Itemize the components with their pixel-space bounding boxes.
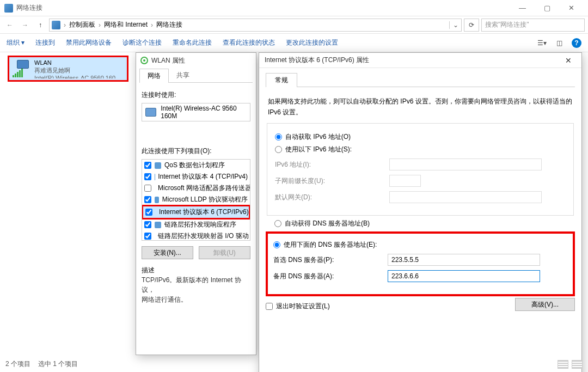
protocol-item[interactable]: Internet 协议版本 4 (TCP/IPv4): [142, 171, 250, 182]
protocol-label: QoS 数据包计划程序: [164, 161, 225, 170]
manual-dns-radio[interactable]: [273, 241, 280, 248]
manual-dns-label: 使用下面的 DNS 服务器地址(E):: [284, 240, 377, 249]
protocol-item[interactable]: Microsoft LLDP 协议驱动程序: [142, 194, 250, 205]
content-area: WLAN 再难遇见她啊 Intel(R) Wireless-AC 9560 16…: [0, 52, 588, 372]
wifi-icon: [140, 57, 148, 64]
protocol-icon: [155, 162, 161, 169]
validate-on-exit-label: 退出时验证设置(L): [276, 302, 330, 311]
protocol-label: Microsoft 网络适配器多路传送器: [158, 184, 250, 193]
dialog-titlebar: Internet 协议版本 6 (TCP/IPv6) 属性 ✕: [259, 53, 581, 68]
protocol-icon: [155, 197, 159, 203]
tab-network[interactable]: 网络: [139, 69, 169, 83]
view-mode-icons[interactable]: [558, 360, 583, 369]
minimize-button[interactable]: —: [510, 1, 535, 16]
address-bar: ← → ↑ › 控制面板 › 网络和 Internet › 网络连接 ⌄ ⟳ 搜…: [0, 16, 588, 34]
protocol-label: Microsoft LLDP 协议驱动程序: [162, 195, 248, 204]
protocol-checkbox[interactable]: [145, 209, 152, 216]
refresh-button[interactable]: ⟳: [464, 19, 479, 32]
prefix-length-input: [389, 175, 421, 187]
protocol-item[interactable]: Internet 协议版本 6 (TCP/IPv6): [142, 205, 250, 219]
items-label: 此连接使用下列项目(O):: [142, 147, 250, 156]
prefix-length-label: 子网前缀长度(U):: [275, 176, 384, 186]
dialog-title-text: Internet 协议版本 6 (TCP/IPv6) 属性: [265, 56, 369, 65]
description-text: TCP/IPv6。最新版本的 Internet 协议， 网络进行通信。: [142, 275, 250, 304]
chevron-down-icon[interactable]: ⌄: [449, 21, 459, 29]
close-button[interactable]: ✕: [558, 54, 579, 67]
protocol-checkbox[interactable]: [144, 185, 151, 192]
auto-ipv6-radio[interactable]: [275, 133, 282, 141]
details-view-icon[interactable]: [558, 360, 568, 369]
location-icon: [52, 21, 60, 29]
description-label: 描述: [142, 266, 250, 275]
adapter-wlan[interactable]: WLAN 再难遇见她啊 Intel(R) Wireless-AC 9560 16…: [8, 56, 128, 82]
ipv6-info-text: 如果网络支持此功能，则可以自动获取分配的 IPv6 设置。否则，你需要向网络管理…: [268, 96, 573, 118]
view-options-icon[interactable]: ☰▾: [537, 38, 547, 48]
help-icon[interactable]: ?: [572, 38, 581, 48]
auto-dns-label: 自动获得 DNS 服务器地址(B): [285, 219, 370, 228]
protocol-checkbox[interactable]: [144, 221, 151, 228]
protocol-item[interactable]: 链路层拓扑发现映射器 I/O 驱动: [142, 230, 250, 241]
protocol-icon: [155, 222, 161, 228]
advanced-button[interactable]: 高级(V)...: [515, 298, 575, 311]
preferred-dns-input[interactable]: [388, 254, 540, 266]
item-count: 2 个项目: [5, 359, 30, 369]
window-titlebar: 网络连接 — ▢ ✕: [0, 0, 588, 16]
back-button[interactable]: ←: [3, 19, 16, 32]
tab-share[interactable]: 共享: [168, 68, 198, 82]
organize-menu[interactable]: 组织 ▾: [7, 38, 24, 47]
chevron-right-icon: ›: [62, 21, 68, 29]
dns-settings-group: 使用下面的 DNS 服务器地址(E): 首选 DNS 服务器(P): 备用 DN…: [266, 231, 575, 296]
breadcrumb-item[interactable]: 控制面板: [69, 20, 95, 29]
default-gateway-label: 默认网关(D):: [275, 193, 384, 202]
disable-device-button[interactable]: 禁用此网络设备: [66, 38, 112, 47]
auto-ipv6-label: 自动获取 IPv6 地址(O): [285, 132, 351, 142]
rename-button[interactable]: 重命名此连接: [173, 38, 212, 47]
tab-general[interactable]: 常规: [266, 73, 297, 87]
preview-pane-icon[interactable]: ◫: [554, 38, 564, 48]
change-settings-button[interactable]: 更改此连接的设置: [286, 38, 338, 47]
protocol-checkbox[interactable]: [144, 233, 151, 240]
wlan-adapter-icon: [11, 59, 31, 78]
install-button[interactable]: 安装(N)...: [142, 246, 193, 259]
protocol-checkbox[interactable]: [144, 162, 151, 169]
selected-count: 选中 1 个项目: [38, 359, 78, 369]
alternate-dns-label: 备用 DNS 服务器(A):: [273, 272, 382, 281]
status-bar: 2 个项目 选中 1 个项目: [5, 359, 78, 369]
large-icons-view-icon[interactable]: [572, 360, 583, 369]
breadcrumb-item[interactable]: 网络连接: [156, 20, 182, 29]
alternate-dns-input[interactable]: [388, 270, 540, 282]
chevron-right-icon: ›: [96, 21, 103, 29]
protocol-item[interactable]: 链路层拓扑发现响应程序: [142, 219, 250, 230]
maximize-button[interactable]: ▢: [535, 1, 559, 16]
protocol-item[interactable]: QoS 数据包计划程序: [142, 160, 250, 171]
connect-to-button[interactable]: 连接到: [35, 38, 55, 47]
ipv6-address-input: [389, 158, 542, 170]
protocol-list[interactable]: QoS 数据包计划程序Internet 协议版本 4 (TCP/IPv4)Mic…: [142, 159, 250, 241]
up-button[interactable]: ↑: [34, 19, 47, 32]
manual-ipv6-label: 使用以下 IPv6 地址(S):: [285, 145, 352, 154]
toolbar: 组织 ▾ 连接到 禁用此网络设备 诊断这个连接 重命名此连接 查看此连接的状态 …: [0, 34, 588, 52]
adapter-name: WLAN: [34, 59, 115, 66]
protocol-checkbox[interactable]: [144, 173, 151, 180]
protocol-label: 链路层拓扑发现响应程序: [164, 220, 236, 229]
nic-name: Intel(R) Wireless-AC 9560 160M: [161, 105, 247, 120]
search-input[interactable]: 搜索"网络连接": [481, 19, 585, 32]
close-button[interactable]: ✕: [559, 1, 584, 16]
diagnose-button[interactable]: 诊断这个连接: [122, 38, 162, 47]
nic-icon: [145, 108, 156, 117]
wlan-properties-dialog: WLAN 属性 网络 共享 连接时使用: Intel(R) Wireless-A…: [136, 52, 256, 355]
manual-ipv6-radio[interactable]: [275, 146, 282, 153]
validate-on-exit-checkbox[interactable]: [266, 303, 273, 310]
protocol-checkbox[interactable]: [144, 196, 151, 203]
ipv6-address-label: IPv6 地址(I):: [275, 160, 384, 169]
ipv6-properties-dialog: Internet 协议版本 6 (TCP/IPv6) 属性 ✕ 常规 如果网络支…: [259, 52, 582, 372]
nic-selector[interactable]: Intel(R) Wireless-AC 9560 160M: [142, 103, 250, 121]
breadcrumb-item[interactable]: 网络和 Internet: [104, 20, 148, 29]
protocol-label: Internet 协议版本 6 (TCP/IPv6): [159, 208, 249, 217]
preferred-dns-label: 首选 DNS 服务器(P):: [273, 255, 382, 265]
view-status-button[interactable]: 查看此连接的状态: [223, 38, 275, 47]
breadcrumb[interactable]: › 控制面板 › 网络和 Internet › 网络连接 ⌄: [49, 19, 462, 32]
protocol-item[interactable]: Microsoft 网络适配器多路传送器: [142, 182, 250, 194]
app-icon: [4, 4, 13, 13]
auto-dns-radio[interactable]: [274, 220, 281, 227]
